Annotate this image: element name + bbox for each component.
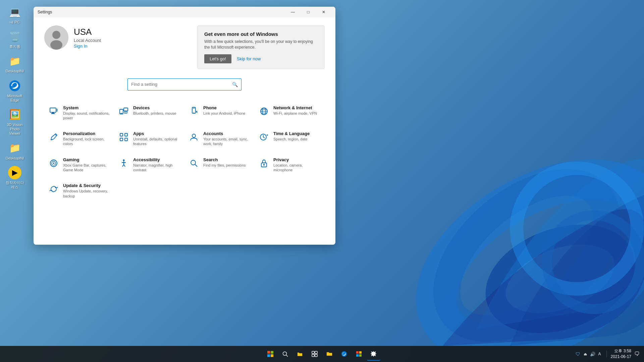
minimize-button[interactable]: — — [285, 7, 301, 17]
search-title: Search — [203, 157, 246, 162]
promo-section: Get even more out of Windows With a few … — [197, 25, 325, 69]
system-title: System — [63, 105, 110, 110]
desktop-icon-recycle[interactable]: 🗑️ 휴지통 — [3, 28, 27, 50]
settings-item-network[interactable]: Network & Internet Wi-Fi, airplane mode,… — [255, 100, 325, 126]
taskbar-right: 🛡 ⏏ 🔊 A 오후 3:58 2021-06-17 🗨 — [575, 348, 640, 360]
recycle-icon: 🗑️ — [8, 30, 21, 43]
settings-item-update[interactable]: Update & Security Windows Update, recove… — [44, 178, 114, 204]
gaming-title: Gaming — [63, 157, 110, 162]
systray-usb-icon[interactable]: ⏏ — [582, 351, 588, 357]
computer-icon: 💻 — [8, 5, 21, 19]
svg-rect-30 — [120, 138, 123, 141]
search-input[interactable] — [131, 82, 229, 87]
taskbar-folder-button[interactable] — [323, 347, 336, 361]
settings-item-gaming[interactable]: Gaming Xbox Game Bar, captures, Game Mod… — [44, 152, 114, 178]
svg-point-44 — [191, 160, 196, 165]
notification-icon[interactable]: 🗨 — [634, 351, 640, 357]
settings-item-personalization[interactable]: Personalization Background, lock screen,… — [44, 126, 114, 152]
promo-buttons: Let's go! Skip for now — [204, 54, 318, 63]
search-desc: Find my files, permissions — [203, 163, 246, 168]
settings-item-time[interactable]: Time & Language Speech, region, date — [255, 126, 325, 152]
time-text: Time & Language Speech, region, date — [273, 131, 310, 141]
settings-item-accessibility[interactable]: Accessibility Narrator, magnifier, high … — [114, 152, 184, 178]
taskbar: 🛡 ⏏ 🔊 A 오후 3:58 2021-06-17 🗨 — [0, 346, 644, 362]
settings-item-phone[interactable]: Phone Link your Android, iPhone — [184, 100, 255, 126]
svg-line-45 — [195, 164, 197, 167]
user-name: USA — [74, 27, 101, 37]
gaming-text: Gaming Xbox Game Bar, captures, Game Mod… — [63, 157, 110, 173]
desktop-icon-store[interactable]: ▶ 창작자이다 레스 — [3, 165, 27, 191]
svg-point-7 — [52, 31, 60, 39]
file-explorer-button[interactable] — [293, 347, 307, 361]
svg-rect-51 — [267, 354, 270, 357]
desktop-icon-computer[interactable]: 💻 내 PC — [3, 4, 27, 26]
systray-vpn-icon[interactable]: 🛡 — [575, 351, 581, 357]
update-title: Update & Security — [63, 183, 110, 188]
close-button[interactable]: ✕ — [316, 7, 331, 17]
taskbar-clock[interactable]: 오후 3:58 2021-06-17 — [611, 348, 631, 360]
devices-text: Devices Bluetooth, printers, mouse — [133, 105, 176, 116]
svg-rect-49 — [267, 351, 270, 354]
svg-line-35 — [263, 137, 265, 138]
svg-rect-14 — [120, 113, 122, 114]
store-icon: ▶ — [8, 166, 21, 179]
settings-item-devices[interactable]: Devices Bluetooth, printers, mouse — [114, 100, 184, 126]
settings-item-accounts[interactable]: Accounts Your accounts, email, sync, wor… — [184, 126, 255, 152]
time-title: Time & Language — [273, 131, 310, 136]
accounts-title: Accounts — [203, 131, 251, 136]
window-titlebar: Settings — □ ✕ — [34, 7, 335, 17]
privacy-text: Privacy Location, camera, microphone — [273, 157, 321, 173]
clock-time: 오후 3:58 — [611, 348, 631, 354]
search-container: 🔍 — [44, 78, 325, 90]
start-button[interactable] — [264, 347, 277, 361]
system-desc: Display, sound, notifications, power — [63, 111, 110, 121]
photo-icon: 🖼️ — [8, 108, 21, 121]
taskbar-edge-button[interactable] — [337, 347, 351, 361]
privacy-icon — [259, 158, 269, 169]
systray-speaker-icon[interactable]: 🔊 — [590, 351, 596, 357]
gaming-icon — [48, 158, 59, 169]
desktop-icon-edge[interactable]: Microsoft Edge — [3, 78, 27, 104]
promo-title: Get even more out of Windows — [204, 31, 318, 37]
desktop-wallpaper — [376, 95, 644, 346]
network-icon — [259, 106, 269, 117]
svg-rect-56 — [315, 351, 317, 354]
search-text: Search Find my files, permissions — [203, 157, 246, 168]
settings-item-apps[interactable]: Apps Uninstall, defaults, optional featu… — [114, 126, 184, 152]
edge-icon — [8, 79, 21, 93]
taskbar-store-button[interactable] — [352, 347, 366, 361]
privacy-desc: Location, camera, microphone — [273, 163, 321, 173]
folder1-icon-label: DesktopINI — [6, 69, 24, 73]
svg-rect-12 — [57, 109, 57, 112]
maximize-button[interactable]: □ — [301, 7, 316, 17]
svg-rect-15 — [124, 108, 128, 111]
svg-point-1 — [420, 154, 633, 346]
desktop-icon-folder2[interactable]: 📁 DesktopINI — [3, 140, 27, 162]
svg-rect-57 — [312, 354, 314, 357]
language-indicator: A — [597, 351, 602, 357]
settings-item-search[interactable]: Search Find my files, permissions — [184, 152, 255, 178]
svg-point-8 — [50, 40, 62, 50]
taskbar-search-button[interactable] — [278, 347, 292, 361]
svg-point-53 — [283, 352, 287, 356]
apps-desc: Uninstall, defaults, optional features — [133, 137, 180, 146]
settings-item-privacy[interactable]: Privacy Location, camera, microphone — [255, 152, 325, 178]
svg-rect-31 — [125, 138, 127, 141]
search-icon[interactable]: 🔍 — [232, 82, 238, 87]
svg-point-19 — [194, 112, 194, 113]
lets-go-button[interactable]: Let's go! — [204, 54, 231, 63]
taskbar-settings-button[interactable] — [367, 347, 380, 361]
svg-rect-9 — [50, 108, 56, 112]
desktop-icon-photo[interactable]: 🖼️ 3D Vision Photo Viewer — [3, 107, 27, 137]
sign-in-link[interactable]: Sign In — [74, 44, 101, 49]
promo-text: With a few quick selections, you'll be o… — [204, 39, 318, 50]
desktop-icon-folder1[interactable]: 📁 DesktopINI — [3, 53, 27, 75]
skip-button[interactable]: Skip for now — [234, 54, 264, 63]
settings-item-system[interactable]: System Display, sound, notifications, po… — [44, 100, 114, 126]
svg-rect-50 — [271, 351, 273, 354]
task-view-button[interactable] — [308, 347, 321, 361]
svg-rect-63 — [359, 354, 362, 357]
network-text: Network & Internet Wi-Fi, airplane mode,… — [273, 105, 317, 116]
svg-rect-29 — [125, 133, 127, 136]
update-text: Update & Security Windows Update, recove… — [63, 183, 110, 198]
